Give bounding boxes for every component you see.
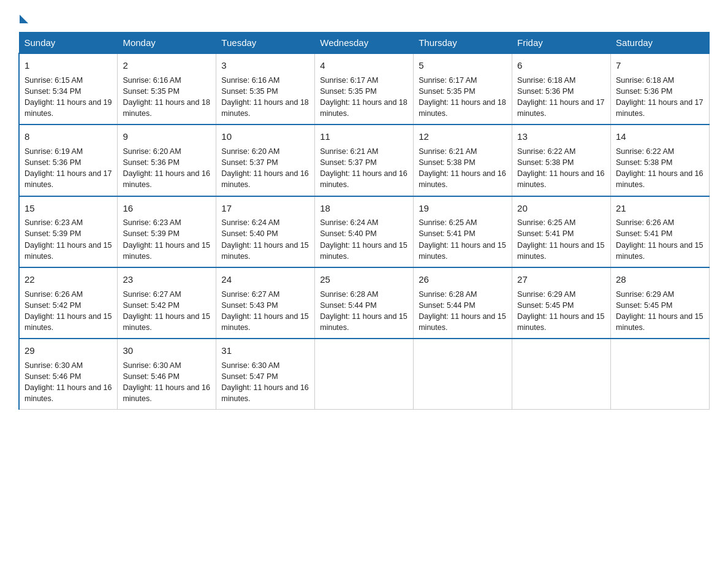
day-info: Sunrise: 6:21 AMSunset: 5:37 PMDaylight:…: [320, 147, 407, 189]
day-number: 1: [25, 59, 112, 72]
day-number: 30: [123, 344, 211, 358]
weekday-header-row: SundayMondayTuesdayWednesdayThursdayFrid…: [19, 33, 710, 54]
day-info: Sunrise: 6:24 AMSunset: 5:40 PMDaylight:…: [221, 218, 308, 260]
calendar-day-cell: 9Sunrise: 6:20 AMSunset: 5:36 PMDaylight…: [118, 124, 216, 196]
day-info: Sunrise: 6:28 AMSunset: 5:44 PMDaylight:…: [320, 290, 407, 332]
day-number: 13: [517, 130, 605, 144]
day-number: 10: [221, 130, 309, 144]
day-number: 3: [221, 59, 309, 72]
day-info: Sunrise: 6:27 AMSunset: 5:42 PMDaylight:…: [123, 290, 210, 332]
calendar-day-cell: 7Sunrise: 6:18 AMSunset: 5:36 PMDaylight…: [611, 53, 710, 124]
calendar-day-cell: 13Sunrise: 6:22 AMSunset: 5:38 PMDayligh…: [512, 124, 611, 196]
day-info: Sunrise: 6:17 AMSunset: 5:35 PMDaylight:…: [419, 76, 506, 118]
calendar-day-cell: 1Sunrise: 6:15 AMSunset: 5:34 PMDaylight…: [19, 53, 118, 124]
calendar-day-cell: 18Sunrise: 6:24 AMSunset: 5:40 PMDayligh…: [315, 196, 414, 267]
day-number: 21: [616, 202, 704, 215]
calendar-day-cell: 19Sunrise: 6:25 AMSunset: 5:41 PMDayligh…: [414, 196, 512, 267]
day-info: Sunrise: 6:16 AMSunset: 5:35 PMDaylight:…: [221, 76, 308, 118]
calendar-day-cell: [611, 339, 710, 410]
day-number: 28: [616, 273, 704, 286]
calendar-day-cell: 4Sunrise: 6:17 AMSunset: 5:35 PMDaylight…: [315, 53, 414, 124]
day-info: Sunrise: 6:21 AMSunset: 5:38 PMDaylight:…: [419, 147, 506, 189]
day-number: 6: [517, 59, 605, 72]
calendar-week-row: 8Sunrise: 6:19 AMSunset: 5:36 PMDaylight…: [19, 124, 710, 196]
calendar-day-cell: 28Sunrise: 6:29 AMSunset: 5:45 PMDayligh…: [611, 267, 710, 339]
calendar-week-row: 15Sunrise: 6:23 AMSunset: 5:39 PMDayligh…: [19, 196, 710, 267]
calendar-day-cell: 6Sunrise: 6:18 AMSunset: 5:36 PMDaylight…: [512, 53, 611, 124]
calendar-day-cell: [512, 339, 611, 410]
day-number: 16: [123, 202, 211, 215]
day-info: Sunrise: 6:23 AMSunset: 5:39 PMDaylight:…: [123, 218, 210, 260]
weekday-header-thursday: Thursday: [414, 33, 512, 54]
calendar-day-cell: 12Sunrise: 6:21 AMSunset: 5:38 PMDayligh…: [414, 124, 512, 196]
calendar-day-cell: 2Sunrise: 6:16 AMSunset: 5:35 PMDaylight…: [118, 53, 216, 124]
calendar-week-row: 1Sunrise: 6:15 AMSunset: 5:34 PMDaylight…: [19, 53, 710, 124]
calendar-day-cell: 17Sunrise: 6:24 AMSunset: 5:40 PMDayligh…: [216, 196, 315, 267]
day-number: 23: [123, 273, 211, 286]
calendar-day-cell: 21Sunrise: 6:26 AMSunset: 5:41 PMDayligh…: [611, 196, 710, 267]
day-info: Sunrise: 6:20 AMSunset: 5:37 PMDaylight:…: [221, 147, 308, 189]
day-number: 25: [320, 273, 408, 286]
day-info: Sunrise: 6:16 AMSunset: 5:35 PMDaylight:…: [123, 76, 210, 118]
day-info: Sunrise: 6:27 AMSunset: 5:43 PMDaylight:…: [221, 290, 308, 332]
day-number: 14: [616, 130, 704, 144]
day-info: Sunrise: 6:18 AMSunset: 5:36 PMDaylight:…: [517, 76, 604, 118]
weekday-header-wednesday: Wednesday: [315, 33, 414, 54]
day-info: Sunrise: 6:29 AMSunset: 5:45 PMDaylight:…: [616, 290, 703, 332]
day-number: 7: [616, 59, 704, 72]
day-info: Sunrise: 6:26 AMSunset: 5:42 PMDaylight:…: [25, 290, 112, 332]
day-number: 18: [320, 202, 408, 215]
calendar-day-cell: 26Sunrise: 6:28 AMSunset: 5:44 PMDayligh…: [414, 267, 512, 339]
calendar-day-cell: 8Sunrise: 6:19 AMSunset: 5:36 PMDaylight…: [19, 124, 118, 196]
calendar-day-cell: 11Sunrise: 6:21 AMSunset: 5:37 PMDayligh…: [315, 124, 414, 196]
day-number: 11: [320, 130, 408, 144]
day-info: Sunrise: 6:15 AMSunset: 5:34 PMDaylight:…: [25, 76, 112, 118]
day-number: 17: [221, 202, 309, 215]
calendar-day-cell: 16Sunrise: 6:23 AMSunset: 5:39 PMDayligh…: [118, 196, 216, 267]
day-number: 27: [517, 273, 605, 286]
day-number: 8: [25, 130, 112, 144]
page-header: [18, 12, 710, 21]
day-number: 31: [221, 344, 309, 358]
calendar-day-cell: [414, 339, 512, 410]
calendar-table: SundayMondayTuesdayWednesdayThursdayFrid…: [18, 32, 710, 410]
day-number: 19: [419, 202, 507, 215]
weekday-header-friday: Friday: [512, 33, 611, 54]
day-info: Sunrise: 6:30 AMSunset: 5:47 PMDaylight:…: [221, 361, 308, 403]
calendar-day-cell: 5Sunrise: 6:17 AMSunset: 5:35 PMDaylight…: [414, 53, 512, 124]
calendar-day-cell: 10Sunrise: 6:20 AMSunset: 5:37 PMDayligh…: [216, 124, 315, 196]
logo-arrow-icon: [20, 15, 28, 23]
calendar-day-cell: 25Sunrise: 6:28 AMSunset: 5:44 PMDayligh…: [315, 267, 414, 339]
calendar-day-cell: 3Sunrise: 6:16 AMSunset: 5:35 PMDaylight…: [216, 53, 315, 124]
calendar-day-cell: 29Sunrise: 6:30 AMSunset: 5:46 PMDayligh…: [19, 339, 118, 410]
day-number: 20: [517, 202, 605, 215]
calendar-day-cell: 31Sunrise: 6:30 AMSunset: 5:47 PMDayligh…: [216, 339, 315, 410]
day-info: Sunrise: 6:22 AMSunset: 5:38 PMDaylight:…: [616, 147, 703, 189]
day-info: Sunrise: 6:17 AMSunset: 5:35 PMDaylight:…: [320, 76, 407, 118]
day-info: Sunrise: 6:19 AMSunset: 5:36 PMDaylight:…: [25, 147, 112, 189]
day-number: 5: [419, 59, 507, 72]
calendar-day-cell: 30Sunrise: 6:30 AMSunset: 5:46 PMDayligh…: [118, 339, 216, 410]
calendar-week-row: 22Sunrise: 6:26 AMSunset: 5:42 PMDayligh…: [19, 267, 710, 339]
day-info: Sunrise: 6:25 AMSunset: 5:41 PMDaylight:…: [517, 218, 604, 260]
day-info: Sunrise: 6:18 AMSunset: 5:36 PMDaylight:…: [616, 76, 703, 118]
logo: [18, 12, 28, 21]
day-number: 12: [419, 130, 507, 144]
day-number: 29: [25, 344, 112, 358]
calendar-day-cell: 15Sunrise: 6:23 AMSunset: 5:39 PMDayligh…: [19, 196, 118, 267]
calendar-day-cell: 20Sunrise: 6:25 AMSunset: 5:41 PMDayligh…: [512, 196, 611, 267]
day-info: Sunrise: 6:29 AMSunset: 5:45 PMDaylight:…: [517, 290, 604, 332]
day-number: 15: [25, 202, 112, 215]
day-info: Sunrise: 6:25 AMSunset: 5:41 PMDaylight:…: [419, 218, 506, 260]
calendar-day-cell: 24Sunrise: 6:27 AMSunset: 5:43 PMDayligh…: [216, 267, 315, 339]
day-number: 4: [320, 59, 408, 72]
day-info: Sunrise: 6:23 AMSunset: 5:39 PMDaylight:…: [25, 218, 112, 260]
calendar-day-cell: 23Sunrise: 6:27 AMSunset: 5:42 PMDayligh…: [118, 267, 216, 339]
weekday-header-sunday: Sunday: [19, 33, 118, 54]
calendar-day-cell: 22Sunrise: 6:26 AMSunset: 5:42 PMDayligh…: [19, 267, 118, 339]
day-number: 2: [123, 59, 211, 72]
day-info: Sunrise: 6:30 AMSunset: 5:46 PMDaylight:…: [123, 361, 210, 403]
weekday-header-saturday: Saturday: [611, 33, 710, 54]
day-info: Sunrise: 6:26 AMSunset: 5:41 PMDaylight:…: [616, 218, 703, 260]
calendar-day-cell: 27Sunrise: 6:29 AMSunset: 5:45 PMDayligh…: [512, 267, 611, 339]
